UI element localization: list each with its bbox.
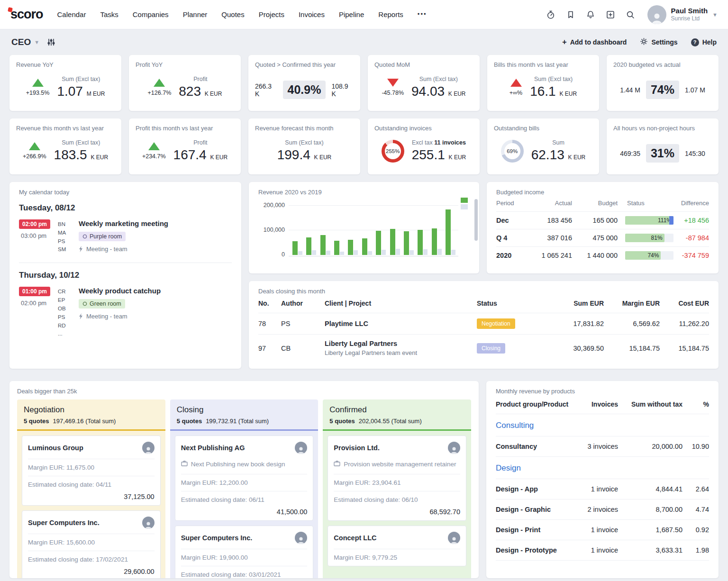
kpi-title: Profit YoY <box>136 61 234 68</box>
bar-group <box>362 238 372 255</box>
bar-2020 <box>292 241 298 255</box>
deal-cost: 15,184.75 <box>660 345 709 352</box>
user-menu[interactable]: Paul Smith Sunrise Ltd ▼ <box>647 5 718 24</box>
product-row[interactable]: Design - Print 1 invoice 1,687.50 0.92 <box>496 520 709 540</box>
nav-more-menu[interactable]: ••• <box>418 10 427 18</box>
trend-up-icon <box>510 79 522 87</box>
deal-row[interactable]: 97 CB Liberty Legal Partners Liberty Leg… <box>258 334 709 362</box>
dashboard-selector[interactable]: CEO ▼ <box>11 37 39 47</box>
nav-item-invoices[interactable]: Invoices <box>299 10 325 18</box>
bar-2020 <box>404 231 409 255</box>
product-group-design[interactable]: Design <box>496 457 709 479</box>
filters-icon[interactable] <box>47 38 55 46</box>
status-bar: 111% <box>625 216 673 225</box>
calendar-event[interactable]: 01:00 pm 02:00 pm CR EP OB PS RD ... Wee… <box>19 287 232 347</box>
deals-kanban-panel: Deals bigger than 25k Negotiation 5 quot… <box>9 381 479 578</box>
kpi-outstanding-bills[interactable]: Outstanding bills 69% Sum 62.13 K EUR <box>487 118 599 174</box>
kpi-revenue-month[interactable]: Revenue this month vs last year +266.9% … <box>9 118 121 174</box>
kanban-column-confirmed: Confirmed 5 quotes202,004.55 (Total sum)… <box>323 399 471 578</box>
overflow-marker <box>669 216 673 225</box>
settings-button[interactable]: Settings <box>640 37 677 47</box>
product-group-consulting[interactable]: Consulting <box>496 414 709 436</box>
card-client: Next Publishing AG <box>181 444 245 452</box>
bar-2019 <box>340 252 344 255</box>
deals-table-header: No. Author Client | Project Status Sum E… <box>258 295 709 313</box>
nav-item-calendar[interactable]: Calendar <box>57 10 86 18</box>
scoro-logo[interactable]: scoro <box>10 7 43 22</box>
header-actions: + Add to dashboard Settings ? Help <box>562 37 717 47</box>
kpi-quoted-mom[interactable]: Quoted MoM -45.78% Sum (Excl tax) 94.03 … <box>368 55 480 111</box>
kpi-title: Profit this month vs last year <box>136 125 234 132</box>
nav-item-tasks[interactable]: Tasks <box>100 10 118 18</box>
calendar-day-heading: Thursday, 10/12 <box>19 271 232 280</box>
kpi-outstanding-invoices[interactable]: Outstanding invoices 255% Excl tax 11 in… <box>368 118 480 174</box>
product-row[interactable]: Design - App 1 invoice 4,844.41 2.64 <box>496 479 709 499</box>
nav-item-quotes[interactable]: Quotes <box>221 10 244 18</box>
deal-sum: 17,831.82 <box>548 320 604 327</box>
kpi-budgeted-vs-actual[interactable]: 2020 budgeted vs actual 1.44 M 74% 1.07 … <box>607 55 719 111</box>
add-to-dashboard-button[interactable]: + Add to dashboard <box>562 38 627 46</box>
nav-item-planner[interactable]: Planner <box>183 10 208 18</box>
bottom-panels: Deals bigger than 25k Negotiation 5 quot… <box>9 381 719 578</box>
bar-2020 <box>348 240 353 255</box>
status-bar: 74% <box>625 251 673 260</box>
search-icon[interactable] <box>626 10 635 19</box>
panel-scrollbar[interactable] <box>474 199 478 241</box>
owner-avatar <box>295 532 307 544</box>
deal-card[interactable]: Super Computers Inc. Margin EUR: 15,600.… <box>22 510 161 578</box>
bar-2019 <box>312 250 316 255</box>
budgeted-income-row[interactable]: Dec 183 456 165 000 111% +18 456 <box>496 211 709 229</box>
trend-up-icon <box>154 79 165 87</box>
deal-card[interactable]: Super Computers Inc. Margin EUR: 19,900.… <box>175 526 314 578</box>
deal-card[interactable]: Concept LLC Margin EUR: 9,779.25 <box>328 526 466 566</box>
deal-cost: 11,262.20 <box>660 320 709 327</box>
owner-avatar <box>448 442 460 454</box>
kpi-profit-month[interactable]: Profit this month vs last year +234.7% P… <box>129 118 241 174</box>
card-closing-date: Estimated closing date: 06/11 <box>181 491 308 503</box>
plus-icon: + <box>562 38 566 46</box>
nav-item-reports[interactable]: Reports <box>378 10 403 18</box>
calendar-event[interactable]: 02:00 pm 03:00 pm BN MA PS SM Weekly mar… <box>19 219 232 263</box>
kpi-row-2: Revenue this month vs last year +266.9% … <box>9 118 719 174</box>
metric-value: 1.07 M EUR <box>57 84 105 99</box>
kpi-revenue-forecast[interactable]: Revenue forecast this month Sum (Excl ta… <box>248 118 360 174</box>
room-icon <box>82 234 87 239</box>
deal-card[interactable]: Provision Ltd. Provision website managem… <box>328 436 466 521</box>
deal-client[interactable]: Liberty Legal Partners <box>325 340 397 347</box>
bookmark-icon[interactable] <box>566 10 575 19</box>
revenue-chart: 200,000 100,000 0 <box>258 200 470 262</box>
product-row[interactable]: Design - Prototype 1 invoice 3,633.31 1.… <box>496 540 709 561</box>
deal-client[interactable]: Playtime LLC <box>325 320 368 327</box>
metric-label: Profit <box>179 76 222 82</box>
bar-2019 <box>396 249 400 255</box>
kpi-profit-yoy[interactable]: Profit YoY +126.7% Profit 823 K EUR <box>129 55 241 111</box>
kpi-revenue-yoy[interactable]: Revenue YoY +193.5% Sum (Excl tax) 1.07 … <box>9 55 121 111</box>
event-attendees: CR EP OB PS RD ... <box>58 287 79 338</box>
kpi-hours-ratio[interactable]: All hours vs non-project hours 469:35 31… <box>607 118 719 174</box>
deal-card[interactable]: Next Publishing AG Next Publishing new b… <box>175 436 314 521</box>
room-tag: Purple room <box>79 232 126 241</box>
notifications-bell-icon[interactable] <box>586 10 595 19</box>
card-margin: Margin EUR: 23,904.61 <box>334 474 460 486</box>
monthly-revenue-panel: Monthly revenue by products Product grou… <box>486 381 719 578</box>
deal-row[interactable]: 78 PS Playtime LLC Negotiation 17,831.82… <box>258 313 709 334</box>
bar-2020 <box>306 237 311 255</box>
bar-2020 <box>362 238 367 255</box>
product-row[interactable]: Consultancy 3 invoices 20,000.00 10.90 <box>496 436 709 457</box>
product-row[interactable]: Design - Graphic 2 invoices 8,700.00 4.7… <box>496 499 709 520</box>
delta-percent: +234.7% <box>142 153 166 160</box>
timer-icon[interactable] <box>546 10 555 19</box>
budgeted-income-row[interactable]: Q 4 387 016 475 000 81% -87 984 <box>496 229 709 246</box>
kpi-bills-month[interactable]: Bills this month vs last year +∞% Sum (E… <box>487 55 599 111</box>
nav-item-companies[interactable]: Companies <box>133 10 169 18</box>
nav-item-projects[interactable]: Projects <box>259 10 284 18</box>
add-new-icon[interactable] <box>606 10 615 19</box>
kpi-quoted-confirmed[interactable]: Quoted > Confirmed this year 266.3 K 40.… <box>248 55 360 111</box>
panel-title: My calendar today <box>19 189 232 196</box>
deal-card[interactable]: Luminous Group Margin EUR: 11,675.00 Est… <box>22 436 161 506</box>
budgeted-income-row[interactable]: 2020 1 065 241 1 440 000 74% -374 759 <box>496 246 709 264</box>
help-button[interactable]: ? Help <box>691 38 717 46</box>
bar-group <box>306 237 316 255</box>
nav-item-pipeline[interactable]: Pipeline <box>339 10 364 18</box>
panel-title: Deals closing this month <box>258 288 709 295</box>
